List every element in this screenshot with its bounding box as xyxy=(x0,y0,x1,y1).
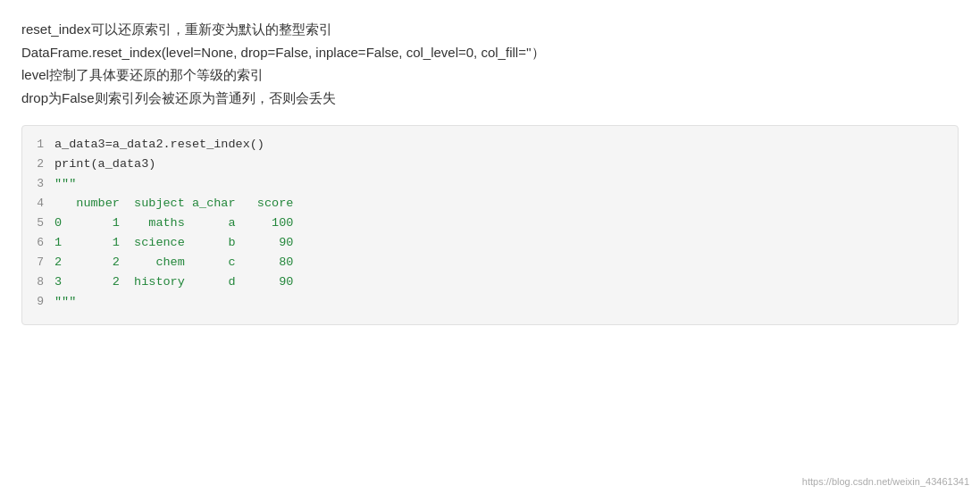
desc-line-1: reset_index可以还原索引，重新变为默认的整型索引 xyxy=(21,18,959,41)
code-line: 83 2 history d 90 xyxy=(22,274,958,294)
line-number: 4 xyxy=(22,197,54,210)
code-line: 61 1 science b 90 xyxy=(22,235,958,255)
line-number: 8 xyxy=(22,275,54,289)
line-number: 6 xyxy=(22,236,54,249)
line-number: 2 xyxy=(22,157,54,171)
code-block: 1a_data3=a_data2.reset_index()2print(a_d… xyxy=(21,125,959,325)
line-number: 5 xyxy=(22,216,54,230)
code-line: 9""" xyxy=(22,294,958,314)
code-line: 2print(a_data3) xyxy=(22,156,958,176)
line-number: 1 xyxy=(22,138,54,151)
line-content: 1 1 science b 90 xyxy=(54,236,293,249)
code-line: 4 number subject a_char score xyxy=(22,196,958,215)
line-content: 3 2 history d 90 xyxy=(54,275,293,289)
line-content: number subject a_char score xyxy=(54,197,293,210)
line-content: print(a_data3) xyxy=(54,157,155,171)
line-content: """ xyxy=(54,295,76,308)
code-line: 1a_data3=a_data2.reset_index() xyxy=(22,137,958,156)
code-line: 50 1 maths a 100 xyxy=(22,215,958,235)
line-content: 0 1 maths a 100 xyxy=(54,216,293,230)
desc-line-3: level控制了具体要还原的那个等级的索引 xyxy=(21,63,959,87)
watermark: https://blog.csdn.net/weixin_43461341 xyxy=(802,476,969,487)
line-content: a_data3=a_data2.reset_index() xyxy=(54,138,264,151)
desc-line-4: drop为False则索引列会被还原为普通列，否则会丢失 xyxy=(21,87,959,110)
line-content: 2 2 chem c 80 xyxy=(54,255,293,269)
line-number: 7 xyxy=(22,255,54,269)
description-block: reset_index可以还原索引，重新变为默认的整型索引 DataFrame.… xyxy=(21,18,959,109)
line-content: """ xyxy=(54,177,76,190)
code-line: 72 2 chem c 80 xyxy=(22,255,958,274)
desc-line-2: DataFrame.reset_index(level=None, drop=F… xyxy=(21,41,959,64)
line-number: 9 xyxy=(22,295,54,308)
line-number: 3 xyxy=(22,177,54,190)
code-line: 3""" xyxy=(22,176,958,196)
